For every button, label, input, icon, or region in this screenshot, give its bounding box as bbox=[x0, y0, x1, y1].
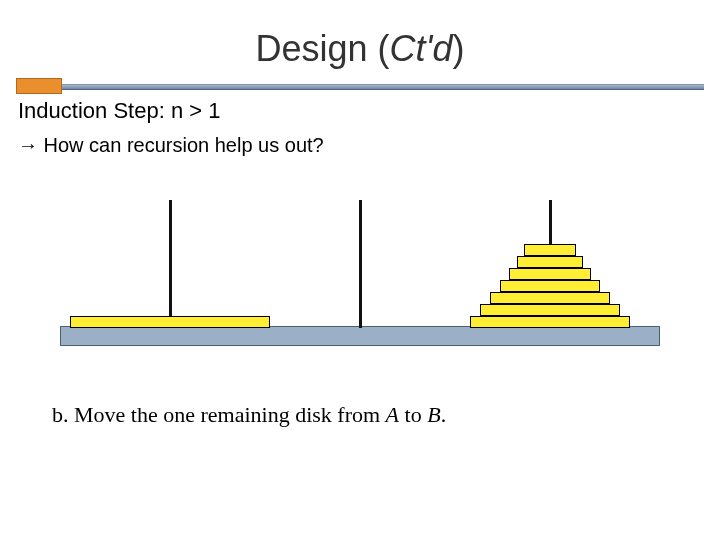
hanoi-disk bbox=[509, 268, 591, 280]
title-italic: Ct'd bbox=[390, 28, 453, 69]
accent-block bbox=[16, 78, 62, 94]
arrow-icon: → bbox=[18, 134, 38, 156]
hanoi-disk bbox=[470, 316, 630, 328]
divider-rule bbox=[16, 84, 704, 90]
sub-line: → How can recursion help us out? bbox=[18, 134, 324, 157]
title-prefix: Design ( bbox=[256, 28, 390, 69]
caption-prefix: b. Move the one remaining disk from bbox=[52, 402, 386, 427]
title-suffix: ) bbox=[452, 28, 464, 69]
caption-b: B bbox=[427, 402, 440, 427]
caption-suffix: . bbox=[441, 402, 447, 427]
hanoi-disk bbox=[480, 304, 620, 316]
hanoi-peg-2 bbox=[359, 200, 362, 328]
hanoi-disk bbox=[490, 292, 610, 304]
hanoi-peg-1 bbox=[169, 200, 172, 328]
hanoi-diagram bbox=[60, 180, 660, 360]
hanoi-disk bbox=[70, 316, 270, 328]
slide-title: Design (Ct'd) bbox=[0, 28, 720, 70]
caption-a: A bbox=[386, 402, 399, 427]
step-heading: Induction Step: n > 1 bbox=[18, 98, 220, 124]
caption: b. Move the one remaining disk from A to… bbox=[52, 402, 446, 428]
caption-mid: to bbox=[399, 402, 427, 427]
hanoi-disk bbox=[524, 244, 576, 256]
hanoi-disk bbox=[500, 280, 600, 292]
slide: Design (Ct'd) Induction Step: n > 1 → Ho… bbox=[0, 0, 720, 540]
sub-line-text: How can recursion help us out? bbox=[38, 134, 324, 156]
hanoi-platform bbox=[60, 326, 660, 346]
hanoi-disk bbox=[517, 256, 583, 268]
